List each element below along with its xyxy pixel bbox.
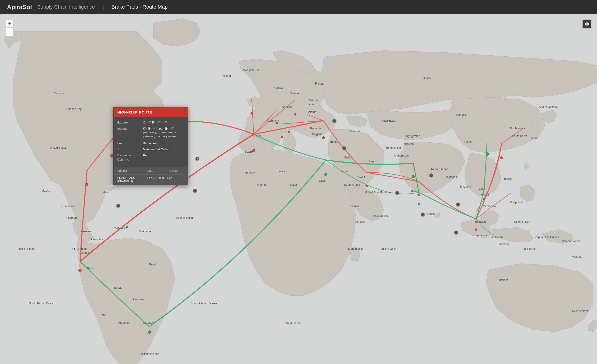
node-node-callao[interactable] xyxy=(78,269,82,272)
node-node-croatia[interactable] xyxy=(288,131,290,133)
node-node-munich[interactable] xyxy=(276,122,278,124)
node-node-egypt-port[interactable] xyxy=(324,173,327,176)
col-header-product: Product xyxy=(117,169,147,172)
popup-from-row: From: Barcelona xyxy=(117,141,184,145)
node-info-6[interactable]: i xyxy=(395,191,399,195)
node-info-10[interactable]: i xyxy=(456,202,460,207)
node-info-4[interactable]: i xyxy=(332,119,336,123)
node-info-1[interactable]: i xyxy=(195,157,199,161)
node-info-8[interactable]: i xyxy=(421,213,425,217)
popup-from-value: Barcelona xyxy=(143,141,184,145)
app-header: ApiraSol Supply Chain Intelligence | Bra… xyxy=(0,0,597,14)
node-node-montevideo[interactable] xyxy=(148,330,151,334)
popup-from-label: From: xyxy=(117,141,143,145)
popup-to-row: To: Maritima Del Callao xyxy=(117,147,184,151)
popup-dest-row: Destination Country: Peru xyxy=(117,153,184,162)
popup-body: Exporter: O***** R************ Importer:… xyxy=(114,117,188,167)
node-node-malaysia[interactable] xyxy=(475,221,477,223)
node-node-london[interactable] xyxy=(251,112,253,114)
col-header-date: Date xyxy=(147,169,167,172)
route-popup: HIGH-RISK ROUTE Exporter: O***** R******… xyxy=(113,107,188,185)
node-node-china-north[interactable] xyxy=(486,152,489,156)
popup-dest-label: Destination Country: xyxy=(117,153,143,162)
popup-exporter-label: Exporter: xyxy=(117,120,143,125)
node-node-barcelona[interactable] xyxy=(252,149,255,152)
brand-subtitle: Supply Chain Intelligence xyxy=(37,4,95,10)
cell-product: BRAKE PADS (BRANDED) xyxy=(117,176,147,183)
popup-exporter-row: Exporter: O***** R************ xyxy=(117,120,184,125)
popup-table-header: Product Date Transport xyxy=(114,167,188,175)
settings-button[interactable] xyxy=(582,20,591,28)
map-container[interactable]: CanadaUnited StatesMexicoGuatemalaNicara… xyxy=(0,14,597,364)
node-node-miami[interactable] xyxy=(86,183,88,186)
node-node-singapore[interactable] xyxy=(475,228,477,231)
popup-title: HIGH-RISK ROUTE xyxy=(117,110,152,114)
node-info-5[interactable]: i xyxy=(342,146,346,150)
zoom-out-button[interactable]: − xyxy=(6,28,14,36)
node-node-naples[interactable] xyxy=(281,136,283,138)
popup-to-label: To: xyxy=(117,147,143,151)
cell-transport: Sea xyxy=(167,176,184,183)
popup-importer-label: Importer: xyxy=(117,126,143,139)
node-node-poland[interactable] xyxy=(294,113,296,116)
node-node-dubai[interactable] xyxy=(365,185,368,187)
popup-importer-value: K** E**** Import E****** I********* D* R… xyxy=(143,126,184,139)
node-node-port-spain[interactable] xyxy=(126,225,128,228)
popup-dest-value: Peru xyxy=(143,153,184,162)
zoom-in-button[interactable]: + xyxy=(6,20,14,28)
brand-name: ApiraSol xyxy=(7,3,32,11)
popup-to-value: Maritima Del Callao xyxy=(143,147,184,151)
node-node-nyc[interactable] xyxy=(110,154,114,157)
node-node-shanghai[interactable] xyxy=(500,156,503,159)
node-info-9[interactable]: i xyxy=(454,231,458,235)
page-title: Brake Pads - Route Map xyxy=(111,4,168,10)
node-node-delhi[interactable] xyxy=(412,175,415,178)
popup-header: HIGH-RISK ROUTE xyxy=(114,108,188,117)
popup-table-row: BRAKE PADS (BRANDED) Feb 20, 2020 Sea xyxy=(114,175,188,185)
cell-date: Feb 20, 2020 xyxy=(147,176,167,183)
col-header-transport: Transport xyxy=(167,169,184,172)
node-node-chennai[interactable] xyxy=(418,202,420,205)
zoom-controls: + − xyxy=(6,20,14,36)
popup-exporter-value: O***** R************ xyxy=(143,120,184,125)
node-node-istanbul[interactable] xyxy=(322,136,325,139)
popup-importer-row: Importer: K** E**** Import E****** I****… xyxy=(117,126,184,139)
node-node-vietnam-port[interactable] xyxy=(483,198,485,200)
node-info-2[interactable]: i xyxy=(116,204,120,208)
node-info-3[interactable]: i xyxy=(193,189,197,193)
node-info-7[interactable]: i xyxy=(429,173,433,178)
node-node-india-port[interactable] xyxy=(417,194,420,196)
settings-icon xyxy=(585,22,589,26)
popup-table: Product Date Transport BRAKE PADS (BRAND… xyxy=(114,167,188,185)
header-divider: | xyxy=(102,3,104,11)
